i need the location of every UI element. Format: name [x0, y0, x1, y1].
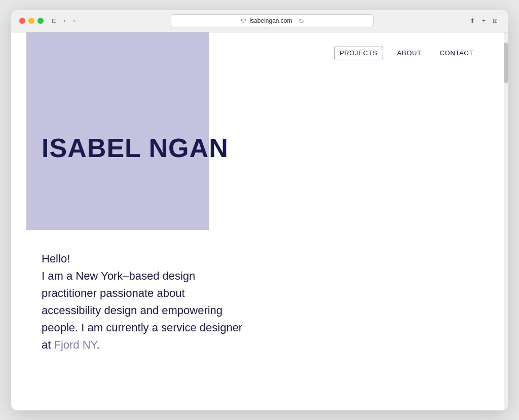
refresh-icon[interactable]: ↻: [299, 17, 304, 25]
maximize-button[interactable]: [38, 18, 44, 24]
hero-section: ISABEL NGAN Hello! I am a New York–based…: [11, 32, 508, 410]
site-navigation: PROJECTS ABOUT CONTACT: [11, 32, 508, 59]
address-bar-wrapper: 🛡 isabelngan.com ↻: [83, 14, 462, 27]
nav-links: PROJECTS ABOUT CONTACT: [334, 47, 477, 59]
extensions-button[interactable]: ⊞: [491, 16, 500, 25]
browser-right-controls: ⬆ + ⊞: [468, 16, 500, 25]
purple-decorative-block: [26, 32, 209, 230]
intro-end: .: [96, 338, 99, 351]
fjord-link[interactable]: Fjord NY: [54, 338, 96, 351]
address-bar[interactable]: 🛡 isabelngan.com ↻: [171, 14, 374, 27]
nav-about[interactable]: ABOUT: [393, 47, 426, 59]
minimize-button[interactable]: [28, 18, 34, 24]
new-tab-button[interactable]: +: [480, 16, 488, 25]
browser-chrome: ⊡ ‹ › 🛡 isabelngan.com ↻ ⬆ + ⊞: [11, 10, 508, 32]
browser-controls: ⊡ ‹ ›: [50, 16, 77, 25]
intro-text: Hello! I am a New York–based design prac…: [42, 250, 244, 354]
window-tile-button[interactable]: ⊡: [50, 16, 59, 25]
close-button[interactable]: [19, 18, 25, 24]
share-button[interactable]: ⬆: [468, 16, 477, 25]
nav-contact[interactable]: CONTACT: [436, 47, 477, 59]
browser-window: ⊡ ‹ › 🛡 isabelngan.com ↻ ⬆ + ⊞ PROJECTS …: [11, 10, 508, 410]
shield-icon: 🛡: [241, 18, 246, 24]
url-text: isabelngan.com: [249, 17, 292, 24]
traffic-lights: [19, 18, 44, 24]
forward-button[interactable]: ›: [71, 16, 77, 25]
intro-hello: Hello!: [42, 252, 70, 265]
hero-name: ISABEL NGAN: [42, 134, 229, 163]
scrollbar-track: [504, 32, 508, 410]
nav-projects[interactable]: PROJECTS: [334, 47, 383, 59]
back-button[interactable]: ‹: [62, 16, 68, 25]
website-content: PROJECTS ABOUT CONTACT ISABEL NGAN Hello…: [11, 32, 508, 410]
